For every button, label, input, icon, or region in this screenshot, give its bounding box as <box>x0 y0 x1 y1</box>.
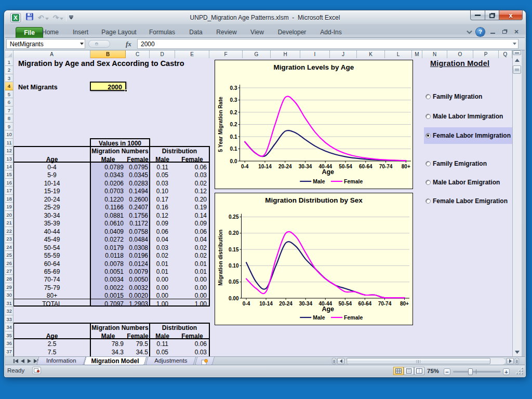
row-header-19[interactable]: 19 <box>5 203 14 210</box>
cell[interactable]: 5-9 <box>14 171 90 179</box>
row-header-35[interactable]: 35 <box>5 331 14 339</box>
row-header-13[interactable]: 13 <box>5 155 14 163</box>
cell[interactable]: 0.1756 <box>126 212 148 219</box>
sheet-tab-information[interactable]: Information <box>36 357 86 365</box>
cell[interactable]: 0.11 <box>150 340 168 348</box>
radio-male-labor-immigration[interactable] <box>425 114 431 119</box>
cell[interactable]: 0.2600 <box>126 196 148 203</box>
workbook-close-icon[interactable]: ✕ <box>512 28 521 35</box>
expand-ribbon-icon[interactable] <box>467 27 472 36</box>
cell[interactable]: 0.0881 <box>90 212 124 219</box>
cell[interactable]: 0.0032 <box>126 284 148 291</box>
column-header-G[interactable]: G <box>243 50 271 58</box>
cell[interactable]: 0.7097 <box>90 300 124 308</box>
name-box-grip[interactable] <box>88 40 110 48</box>
cell[interactable]: 0.0078 <box>90 260 124 268</box>
row-header-37[interactable]: 37 <box>5 348 14 355</box>
cell[interactable]: Female <box>126 332 150 340</box>
cell[interactable]: 0.01 <box>175 268 207 275</box>
cell[interactable]: 50-54 <box>14 244 90 251</box>
cell[interactable]: 0.0051 <box>90 268 124 275</box>
row-header-15[interactable]: 15 <box>5 170 14 178</box>
cell[interactable]: Migration Numbers <box>90 324 150 331</box>
cell[interactable]: 0.0343 <box>90 171 124 179</box>
column-header-N[interactable]: N <box>422 50 447 58</box>
radio-family-emigration[interactable] <box>425 161 431 166</box>
option-label-male-labor-immigration[interactable]: Male Labor Immigration <box>433 113 503 120</box>
ribbon-tab-page-layout[interactable]: Page Layout <box>96 29 142 36</box>
cell[interactable]: 10-14 <box>14 180 90 187</box>
cell[interactable]: 0.06 <box>175 228 207 235</box>
cell[interactable]: 0.01 <box>175 260 207 268</box>
cell[interactable]: 0.0020 <box>126 292 148 299</box>
cell[interactable]: 0.06 <box>175 340 207 348</box>
cell[interactable]: 0.2407 <box>126 204 148 211</box>
cell[interactable]: 0.0795 <box>126 164 148 171</box>
cell[interactable]: 0.00 <box>175 284 207 291</box>
cell[interactable]: 0.1166 <box>90 204 124 211</box>
cell-net-migrants-label[interactable]: Net Migrants <box>18 84 58 91</box>
cell[interactable]: 15-19 <box>14 188 90 195</box>
column-header-L[interactable]: L <box>385 50 412 58</box>
cell[interactable]: Age <box>14 332 90 340</box>
previous-sheet-button[interactable] <box>19 358 25 364</box>
cell[interactable]: Female <box>175 332 209 340</box>
scroll-down-button[interactable] <box>513 348 521 356</box>
cell[interactable]: 0.06 <box>175 164 207 171</box>
cell[interactable]: 78.9 <box>90 340 124 348</box>
cell[interactable]: 7.5 <box>14 349 90 356</box>
cell[interactable]: 0.11 <box>150 164 168 171</box>
row-header-23[interactable]: 23 <box>5 235 14 243</box>
cell[interactable]: 34.5 <box>126 349 148 356</box>
column-header-I[interactable]: I <box>300 50 330 58</box>
cell[interactable]: 0.01 <box>150 260 168 268</box>
cell[interactable]: 0.16 <box>150 204 168 211</box>
cell[interactable]: 0.0610 <box>90 220 124 227</box>
cell[interactable]: 0.0206 <box>90 180 124 187</box>
row-header-33[interactable]: 33 <box>5 315 14 323</box>
cell[interactable]: Male <box>150 332 175 340</box>
vscroll-split-handle[interactable] <box>513 50 521 55</box>
cell[interactable]: Distribution <box>150 148 209 155</box>
cell[interactable]: 0.09 <box>175 220 207 227</box>
selected-cell-netmigrants[interactable]: 2000 <box>90 82 126 90</box>
close-button[interactable]: x <box>499 10 523 20</box>
cell[interactable]: 0.06 <box>150 228 168 235</box>
cell[interactable]: 0.1494 <box>126 188 148 195</box>
row-header-17[interactable]: 17 <box>5 187 14 194</box>
row-header-18[interactable]: 18 <box>5 195 14 203</box>
row-header-32[interactable]: 32 <box>5 307 14 315</box>
cell[interactable]: 0.0345 <box>126 171 148 179</box>
scroll-up-button[interactable] <box>513 56 521 64</box>
row-header-1[interactable]: 1 <box>5 58 14 66</box>
radio-female-labor-immigration[interactable] <box>425 133 431 138</box>
cell[interactable]: 80+ <box>14 292 90 299</box>
cell[interactable]: 0.04 <box>150 236 168 243</box>
cell[interactable]: 0.17 <box>150 196 168 203</box>
help-icon[interactable]: ? <box>476 28 485 36</box>
zoom-out-button[interactable]: − <box>444 368 450 375</box>
row-header-26[interactable]: 26 <box>5 259 14 267</box>
cell[interactable]: 0.03 <box>175 171 207 179</box>
radio-family-migration[interactable] <box>425 94 431 99</box>
cell[interactable]: 34.3 <box>90 349 124 356</box>
scroll-left-button[interactable] <box>337 358 344 364</box>
cell[interactable]: 0.0789 <box>90 164 124 171</box>
column-header-H[interactable]: H <box>271 50 300 58</box>
column-header-E[interactable]: E <box>175 50 209 58</box>
column-header-C[interactable]: C <box>126 50 150 58</box>
row-header-4[interactable]: 4 <box>5 82 14 90</box>
row-header-20[interactable]: 20 <box>5 211 14 219</box>
row-header-5[interactable]: 5 <box>5 90 14 98</box>
column-header-O[interactable]: O <box>447 50 473 58</box>
ribbon-tab-add-ins[interactable]: Add-Ins <box>308 29 354 36</box>
cell[interactable]: 25-29 <box>14 204 90 211</box>
cell[interactable]: Migration Numbers <box>90 148 150 155</box>
column-header-M[interactable]: M <box>412 50 422 58</box>
hscroll-thumb[interactable] <box>347 358 490 364</box>
cell[interactable]: 0.20 <box>175 196 207 203</box>
column-header-B[interactable]: B <box>90 50 126 58</box>
zoom-slider-track[interactable] <box>453 371 501 373</box>
row-header-8[interactable]: 8 <box>5 114 14 122</box>
row-header-28[interactable]: 28 <box>5 275 14 283</box>
